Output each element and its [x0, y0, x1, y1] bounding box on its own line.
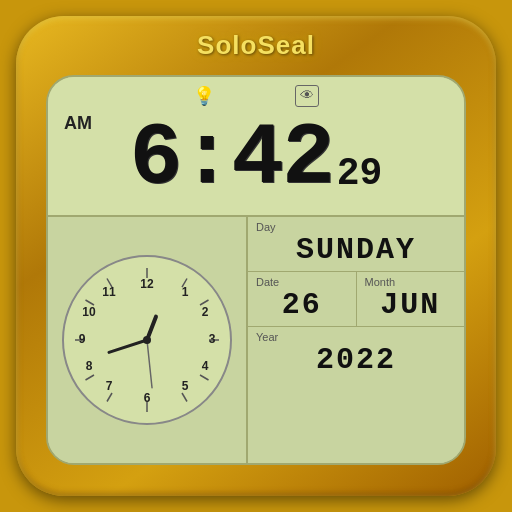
- svg-text:3: 3: [209, 332, 216, 346]
- inner-container: 💡 👁 AM 6:42 29: [46, 75, 466, 465]
- year-section: Year 2022: [248, 327, 464, 463]
- day-label: Day: [256, 221, 456, 233]
- clock-seconds: 29: [337, 152, 383, 195]
- date-value: 26: [256, 288, 348, 322]
- svg-text:5: 5: [182, 379, 189, 393]
- day-section: Day SUNDAY: [248, 217, 464, 272]
- outer-frame: SoloSeal 💡 👁 AM 6:42 29: [16, 16, 496, 496]
- clock-hours-minutes: 6:42: [130, 115, 333, 203]
- svg-line-4: [200, 375, 209, 380]
- svg-text:12: 12: [140, 277, 154, 291]
- digital-clock: 6:42 29: [64, 111, 448, 207]
- date-month-row: Date 26 Month JUN: [248, 272, 464, 327]
- svg-text:2: 2: [202, 305, 209, 319]
- svg-text:7: 7: [106, 379, 113, 393]
- svg-text:11: 11: [102, 285, 116, 299]
- analog-clock-panel: 12 1 2 3 4 5 6 7 8 9 10 11: [48, 217, 248, 463]
- month-section: Month JUN: [357, 272, 465, 326]
- month-value: JUN: [365, 288, 457, 322]
- svg-line-26: [147, 340, 152, 388]
- svg-text:6: 6: [144, 391, 151, 405]
- svg-text:8: 8: [86, 359, 93, 373]
- year-value: 2022: [256, 343, 456, 377]
- analog-clock-svg: 12 1 2 3 4 5 6 7 8 9 10 11: [67, 260, 227, 420]
- svg-text:9: 9: [79, 332, 86, 346]
- clock-face: 12 1 2 3 4 5 6 7 8 9 10 11: [62, 255, 232, 425]
- day-value: SUNDAY: [256, 233, 456, 267]
- top-icons: 💡 👁: [64, 85, 448, 107]
- year-label: Year: [256, 331, 456, 343]
- svg-line-5: [182, 393, 187, 402]
- svg-text:4: 4: [202, 359, 209, 373]
- bottom-row: 12 1 2 3 4 5 6 7 8 9 10 11: [48, 217, 464, 463]
- svg-line-7: [107, 393, 112, 402]
- eye-icon[interactable]: 👁: [295, 85, 319, 107]
- date-section: Date 26: [248, 272, 357, 326]
- svg-text:1: 1: [182, 285, 189, 299]
- svg-point-27: [143, 336, 151, 344]
- date-label: Date: [256, 276, 348, 288]
- date-panel: Day SUNDAY Date 26 Month JUN Year 2022: [248, 217, 464, 463]
- month-label: Month: [365, 276, 457, 288]
- am-pm-label: AM: [64, 113, 92, 134]
- top-panel: 💡 👁 AM 6:42 29: [48, 77, 464, 217]
- svg-text:10: 10: [82, 305, 96, 319]
- svg-line-25: [109, 340, 147, 352]
- app-title: SoloSeal: [197, 30, 315, 61]
- bulb-icon[interactable]: 💡: [193, 85, 215, 107]
- svg-line-8: [86, 375, 95, 380]
